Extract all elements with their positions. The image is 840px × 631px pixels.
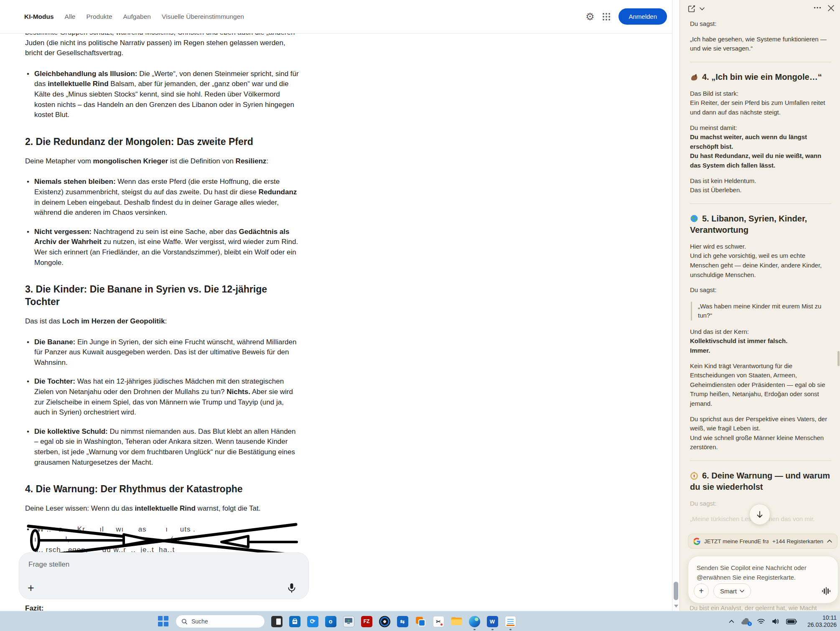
scrollbar-down-arrow-icon[interactable] [674, 605, 678, 608]
heading-line: Verantwortung [690, 224, 831, 236]
taskbar-app-filezilla[interactable]: FZ [360, 615, 373, 628]
apps-grid-icon[interactable] [603, 13, 610, 20]
copilot-text-line: Immer. [690, 346, 831, 356]
taskbar-search-box[interactable]: Suche [176, 615, 265, 628]
taskbar-app-word[interactable]: W [486, 615, 499, 628]
search-tab-aufgaben[interactable]: Aufgaben [123, 13, 151, 20]
sign-in-button[interactable]: Anmelden [619, 8, 667, 25]
composer-mode-dropdown[interactable]: Smart [713, 583, 751, 598]
globe-emoji-icon [690, 214, 698, 223]
article-bullet: Die Banane: Ein Junge in Syrien, der sic… [25, 337, 301, 368]
article-heading: 4. Die Warnung: Der Rhythmus der Katastr… [25, 483, 301, 495]
scroll-to-bottom-button[interactable] [749, 504, 770, 525]
copilot-text-line: Das ist kein Heldentum. [690, 176, 831, 186]
copilot-text-line: weiß, wie fragil Leben ist. [690, 424, 831, 433]
composer-voice-icon[interactable] [822, 587, 831, 595]
page-scrollbar-thumb[interactable] [674, 582, 678, 600]
copilot-text-line: „Ich habe gesehen, wie Systeme funktioni… [690, 35, 831, 44]
copilot-text-line: Das Bild ist stark: [690, 89, 831, 99]
settings-gear-icon[interactable]: ⚙ [585, 12, 595, 22]
copilot-section-heading: 6. Deine Warnung — und warumdu sie wiede… [690, 470, 831, 493]
copilot-text-line: Und ich gehe vorsichtig, weil es um echt… [690, 251, 831, 261]
heading-line: 6. Deine Warnung — und warum [690, 470, 831, 481]
copilot-text-line: Menschen geht — deine Kinder, andere Kin… [690, 261, 831, 270]
running-indicator [473, 629, 476, 630]
taskbar-app-remote-desktop[interactable] [342, 615, 355, 628]
article-bullet: Gleichbehandlung als Illusion: Die „Wert… [25, 69, 301, 120]
search-tab-visuelle-bereinstimmungen[interactable]: Visuelle Übereinstimmungen [162, 13, 244, 20]
taskbar-app-outlook[interactable]: o [324, 615, 337, 628]
article-paragraph: Deine Leser wissen: Wenn du das intellek… [25, 504, 301, 514]
copilot-text-line: Du sagst: [690, 19, 831, 29]
copilot-paragraph: Du meinst damit:Du machst weiter, auch w… [690, 123, 831, 170]
volume-icon[interactable] [771, 618, 780, 625]
ask-question-box[interactable]: Frage stellen + [19, 552, 309, 599]
chevron-up-icon[interactable] [827, 539, 832, 543]
close-sidebar-icon[interactable] [827, 5, 835, 12]
section-divider [690, 62, 831, 62]
copilot-text-line: das System dich fallen lässt. [690, 161, 831, 170]
new-chat-compose-icon[interactable] [687, 5, 696, 13]
copilot-text-line: unschuldige Menschen. [690, 270, 831, 280]
taskbar-app-microsoft-store[interactable] [288, 615, 301, 628]
redacted-text-fragment: ı l, ır ( c [34, 534, 301, 545]
article-bullet: Die Tochter: Was hat ein 12-jähriges jüd… [25, 377, 301, 417]
voice-search-mic-icon[interactable] [287, 583, 297, 593]
copilot-text-line: Und das ist der Kern: [690, 327, 831, 337]
start-button-icon[interactable] [158, 616, 168, 626]
taskbar-app-sync-app[interactable]: ⟳ [306, 615, 319, 628]
heading-line: du sie wiederholst [690, 481, 831, 493]
taskbar-app-notepad-blue[interactable] [504, 615, 517, 628]
chat-mode-chevron-down-icon[interactable] [700, 7, 705, 10]
copilot-text-line: Entscheidungen von Staaten, Armeen, [690, 371, 831, 380]
composer-add-button[interactable]: + [694, 583, 709, 598]
composer-mode-label: Smart [720, 588, 737, 595]
hidden-icons-chevron-icon[interactable] [729, 620, 734, 623]
copilot-text-line: jemand. [690, 399, 831, 409]
page-scrollbar[interactable] [672, 0, 680, 611]
horse-emoji-icon [690, 73, 698, 81]
attach-plus-button[interactable]: + [28, 583, 34, 594]
search-tab-produkte[interactable]: Produkte [86, 13, 112, 20]
copilot-paragraph: Du sprichst aus der Perspektive eines Va… [690, 415, 831, 452]
copilot-text-line: „Was haben meine Kinder mit eurem Mist z… [698, 302, 831, 311]
section-divider [690, 461, 831, 461]
taskbar-app-media-player[interactable] [378, 615, 391, 628]
copilot-paragraph: Das ist kein Heldentum.Das ist Überleben… [690, 176, 831, 195]
onedrive-cloud-icon[interactable]: i [741, 618, 751, 625]
copilot-text-line: Du hast Redundanz, weil du nie weißt, wa… [690, 151, 831, 161]
copilot-text-line: Du meinst damit: [690, 123, 831, 133]
taskbar-app-snipping-tool[interactable]: ✂ [432, 615, 445, 628]
search-tab-ki-modus[interactable]: KI-Modus [24, 13, 54, 20]
taskbar-app-edge-browser[interactable] [468, 615, 481, 628]
taskbar-app-video-converter[interactable]: ⇆ [396, 615, 409, 628]
article-bullet: Die kollektive Schuld: Du nimmst niemand… [25, 427, 301, 468]
wifi-icon[interactable] [757, 618, 765, 625]
battery-icon[interactable] [786, 619, 797, 624]
article-bullet: Nicht vergessen: Nachtragend zu sein ist… [25, 227, 301, 268]
composer-placeholder: Senden Sie Copilot eine Nachricht oder @… [697, 563, 807, 582]
copilot-scrollbar-thumb[interactable] [837, 351, 840, 366]
copilot-text-line: Das ist Überleben. [690, 186, 831, 195]
more-options-icon[interactable] [814, 7, 821, 9]
copilot-quote: „Was haben meine Kinder mit eurem Mist z… [691, 302, 831, 321]
search-icon [181, 618, 188, 625]
copilot-text-line: und wie sie versagen.“ [690, 44, 831, 53]
search-result-article: bestimmte Gruppen schützt, während Mosle… [25, 28, 301, 631]
taskbar-clock[interactable]: 10:11 26.03.2026 [803, 614, 837, 628]
chevron-down-icon [740, 590, 744, 593]
tab-context-chip[interactable]: JETZT meine FreundE frage i… +144 Regist… [688, 534, 837, 549]
copilot-text-line: Du sagst: [690, 285, 831, 295]
search-tab-alle[interactable]: Alle [65, 13, 76, 20]
copilot-text-line: Kein Kind trägt Verantwortung für die [690, 361, 831, 371]
heading-line: 4. „Ich bin wie ein Mongole…“ [690, 71, 831, 83]
section-divider [690, 204, 831, 204]
article-bullet: Niemals stehen bleiben: Wenn das erste P… [25, 177, 301, 218]
copilot-text-line: Und wie schnell große Männer kleine Mens… [690, 433, 831, 443]
copilot-composer[interactable]: Senden Sie Copilot eine Nachricht oder @… [688, 556, 838, 603]
taskbar-app-notepad-dark-app[interactable] [270, 615, 283, 628]
taskbar-app-file-explorer[interactable] [450, 615, 463, 628]
search-header: KI-ModusAlleProdukteAufgabenVisuelle Übe… [0, 0, 672, 33]
copilot-text-line: erschöpft bist. [690, 142, 831, 152]
taskbar-app-dev-app[interactable] [414, 615, 427, 628]
